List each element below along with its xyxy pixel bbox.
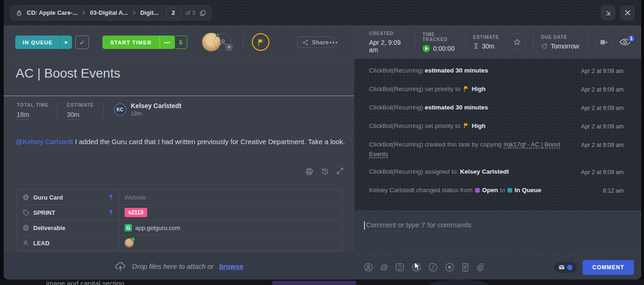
- field-value-cell[interactable]: s2113: [119, 205, 342, 220]
- activity-timestamp: 8:12 am: [603, 185, 624, 196]
- pages-icon[interactable]: [200, 10, 206, 16]
- field-label: SPRINT: [33, 209, 104, 216]
- play-icon[interactable]: [423, 45, 430, 52]
- estimate-value: 30m: [482, 42, 495, 50]
- mention-link[interactable]: @Kelsey Carlstedt: [16, 138, 73, 146]
- activity-segment: to: [498, 187, 507, 194]
- breadcrumb-item-list[interactable]: Digit...: [140, 9, 159, 16]
- expand-icon[interactable]: [336, 167, 344, 176]
- task-activity-panel: CREATED Apr 2, 9:09 am TIME TRACKED 0:00…: [354, 25, 641, 279]
- detail-header: CREATED Apr 2, 9:09 am TIME TRACKED 0:00…: [354, 25, 641, 59]
- task-title[interactable]: AC | Boost Events: [16, 66, 120, 81]
- time-tracked-label: TIME TRACKED: [423, 32, 457, 42]
- embed-task-icon[interactable]: [395, 262, 405, 272]
- field-row: SPRINTs2113: [17, 205, 342, 220]
- sprint-tag[interactable]: s2113: [125, 208, 147, 217]
- priority-flag-button[interactable]: [252, 33, 269, 51]
- activity-segment: ClickBot(Recurring) set priority to: [369, 122, 462, 129]
- field-label: Guru Card: [33, 194, 104, 201]
- activity-text: ClickBot(Recurring) estimated 30 minutes: [369, 66, 581, 75]
- comment-input[interactable]: Comment or type '/' for commands: [364, 221, 471, 230]
- emoji-icon[interactable]: [411, 262, 421, 272]
- field-value-cell[interactable]: [119, 236, 342, 250]
- comment-box[interactable]: Comment or type '/' for commands @: [354, 210, 641, 279]
- start-timer-label[interactable]: START TIMER: [102, 36, 160, 49]
- total-time-label: TOTAL TIME: [17, 102, 49, 108]
- task-main-panel: IN QUEUE ▶ ✓ START TIMER ••• $: [4, 25, 354, 279]
- breadcrumb-item-space[interactable]: CD: Apple Care-...: [27, 9, 78, 16]
- pinned-indicator[interactable]: [108, 194, 114, 200]
- pinned-indicator[interactable]: [108, 209, 114, 216]
- field-value-cell[interactable]: Website: [119, 190, 342, 205]
- more-options-button[interactable]: •••: [329, 36, 339, 48]
- created-group: CREATED Apr 2, 9:09 am: [369, 31, 414, 54]
- status-next-arrow[interactable]: ▶: [60, 36, 72, 49]
- estimate-value[interactable]: 30m: [67, 111, 79, 120]
- video-camera-icon: [600, 39, 608, 45]
- activity-segment: In Queue: [514, 187, 541, 194]
- task-modal: CD: Apple Care-... 03-Digital A... Digit…: [4, 0, 641, 279]
- file-dropzone[interactable]: Drop files here to attach or browse: [4, 253, 354, 279]
- page-number-input[interactable]: 2: [166, 8, 181, 18]
- email-toggle[interactable]: [555, 262, 577, 273]
- status-square: [507, 188, 512, 193]
- assign-comment-icon[interactable]: [364, 262, 373, 272]
- field-label-cell[interactable]: SPRINT: [17, 205, 119, 220]
- sprint-points-button[interactable]: [508, 33, 526, 51]
- flag-icon: [257, 38, 264, 46]
- field-label-cell[interactable]: LEAD: [17, 236, 119, 250]
- comment-submit-button[interactable]: COMMENT: [583, 260, 634, 275]
- history-icon[interactable]: [321, 167, 329, 176]
- cloud-upload-icon: [114, 261, 126, 272]
- timer-more-button[interactable]: •••: [160, 36, 175, 49]
- field-link-value[interactable]: app.getguru.com: [135, 224, 180, 231]
- share-button[interactable]: Share: [297, 36, 334, 48]
- status-label[interactable]: IN QUEUE: [15, 36, 60, 49]
- complete-task-button[interactable]: ✓: [75, 36, 89, 49]
- record-clip-button[interactable]: [595, 33, 613, 51]
- notepad-icon[interactable]: [461, 263, 469, 272]
- due-date-value-row[interactable]: Tomorrow: [541, 42, 579, 50]
- flag-icon: [463, 85, 469, 92]
- field-placeholder: Website: [125, 194, 146, 201]
- attachment-icon[interactable]: [476, 263, 483, 272]
- plus-icon: +: [225, 43, 233, 51]
- breadcrumb-item-folder[interactable]: 03-Digital A...: [90, 9, 128, 16]
- toggle-avatar-dot: [567, 265, 572, 270]
- browse-link[interactable]: browse: [219, 262, 244, 270]
- time-tracked-value-row[interactable]: 0:00:00: [423, 45, 457, 52]
- start-timer-button[interactable]: START TIMER •••: [102, 36, 175, 49]
- lead-avatar[interactable]: [125, 238, 134, 248]
- hourglass-icon: [473, 42, 479, 49]
- mention-icon[interactable]: @: [380, 263, 388, 272]
- slash-commands-icon[interactable]: [428, 262, 438, 272]
- lock-icon: [16, 10, 22, 16]
- minimize-button[interactable]: [601, 6, 615, 20]
- close-button[interactable]: [620, 6, 635, 20]
- total-time-value[interactable]: 18m: [17, 111, 29, 120]
- record-icon[interactable]: [445, 262, 454, 272]
- text-caret: [364, 221, 365, 230]
- watchers-button[interactable]: 1: [619, 38, 631, 46]
- activity-text: ClickBot(Recurring) estimated 30 minutes: [369, 103, 581, 112]
- activity-timestamp: Apr 2 at 9:09 am: [581, 167, 624, 177]
- background-page-strip: image and capital section: [0, 279, 644, 285]
- activity-entry: ClickBot(Recurring) estimated 30 minutes…: [369, 66, 624, 76]
- billing-button[interactable]: $: [174, 36, 187, 49]
- page-count-label: of 3: [185, 9, 196, 16]
- print-icon[interactable]: [305, 167, 314, 176]
- add-assignee-button[interactable]: +: [214, 33, 232, 51]
- field-label-cell[interactable]: Guru Card: [17, 190, 119, 205]
- field-value-cell[interactable]: Gapp.getguru.com: [119, 220, 342, 235]
- activity-entry: ClickBot(Recurring) set priority to High…: [369, 121, 624, 132]
- field-label-cell[interactable]: Deliverable: [17, 220, 119, 235]
- assignee-chip[interactable]: KC Kelsey Carlstedt 18m: [103, 102, 182, 117]
- status-button[interactable]: IN QUEUE ▶: [15, 36, 72, 49]
- task-description[interactable]: @Kelsey Carlstedt I added the Guru card …: [16, 136, 346, 148]
- flag-icon: [463, 122, 469, 129]
- task-action-bar: IN QUEUE ▶ ✓ START TIMER ••• $: [4, 25, 354, 59]
- star-icon: [513, 38, 521, 46]
- time-stats: TOTAL TIME 18m ESTIMATE 30m KC Kelsey Ca…: [17, 102, 181, 120]
- dollar-icon: $: [179, 39, 182, 46]
- estimate-value-row[interactable]: 30m: [473, 42, 499, 50]
